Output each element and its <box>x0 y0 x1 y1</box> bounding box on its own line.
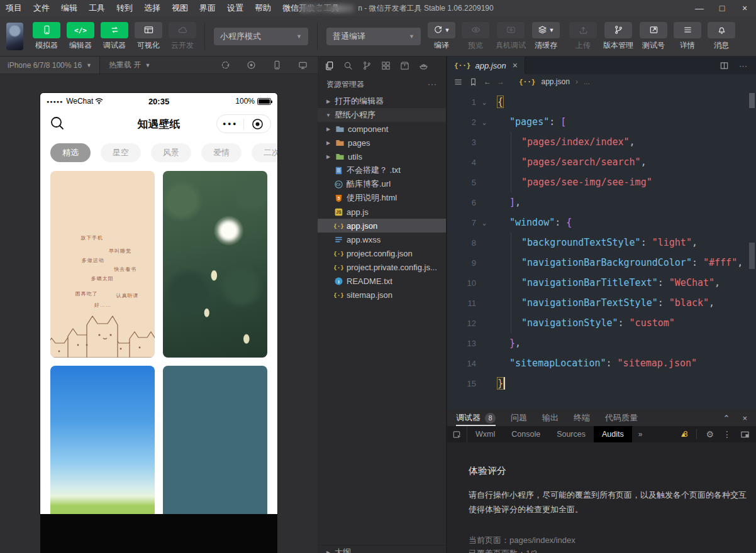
record-icon[interactable] <box>247 60 256 70</box>
overflow-tabs-icon[interactable]: » <box>632 426 649 442</box>
file-item-app.wxss[interactable]: app.wxss <box>318 233 446 246</box>
search-icon[interactable] <box>49 115 65 133</box>
toolbar-button-layout[interactable]: 可视化 <box>135 22 162 51</box>
file-item-README.txt[interactable]: iREADME.txt <box>318 274 446 288</box>
toolbar-button-debug[interactable]: 调试器 <box>101 22 128 51</box>
debugger-tab[interactable]: 问题 <box>511 410 527 426</box>
breadcrumb-more[interactable]: ... <box>584 77 590 86</box>
devtools-tab-audits[interactable]: Audits <box>594 426 632 442</box>
dock-panel-icon[interactable] <box>740 430 750 439</box>
category-tab[interactable]: 精选 <box>50 143 91 162</box>
mode-dropdown[interactable]: 小程序模式▼ <box>214 28 308 45</box>
user-avatar[interactable] <box>6 23 23 50</box>
file-item-pages[interactable]: ▶pages <box>318 136 446 150</box>
menu-item[interactable]: 转到 <box>111 0 138 16</box>
category-tab[interactable]: 星空 <box>101 143 141 162</box>
debugger-tab[interactable]: 终端 <box>574 410 590 426</box>
rotate-icon[interactable] <box>221 60 230 70</box>
wallpaper-poem-cats[interactable]: 放下手机早叫睡觉多做运动快去看书多晒太阳困再吃了认真听课好…… <box>50 171 155 358</box>
menu-item[interactable]: 界面 <box>194 0 221 16</box>
menu-item[interactable]: 文件 <box>28 0 55 16</box>
outline-list-icon[interactable] <box>453 77 463 87</box>
breadcrumb-file[interactable]: app.json <box>542 77 570 86</box>
toolbar-button-phone[interactable]: 模拟器 <box>33 22 60 51</box>
close-icon[interactable]: × <box>513 60 518 70</box>
kebab-menu-icon[interactable]: ⋮ <box>723 429 731 439</box>
file-item-app.js[interactable]: JSapp.js <box>318 205 446 219</box>
capsule-close-button[interactable] <box>244 118 270 130</box>
minimize-button[interactable]: — <box>688 0 711 16</box>
device-frame-icon[interactable] <box>272 60 282 70</box>
menu-item[interactable]: 工具 <box>83 0 111 16</box>
nav-forward-icon[interactable]: → <box>497 77 504 86</box>
menu-item[interactable]: 视图 <box>166 0 194 16</box>
tab-app-json[interactable]: {··} app.json × <box>447 57 525 74</box>
nav-back-icon[interactable]: ← <box>484 77 491 86</box>
outline-section[interactable]: ▶ 大纲 <box>318 545 446 553</box>
fold-chevron-icon[interactable]: ⌄ <box>476 119 492 126</box>
more-actions-icon[interactable]: ··· <box>428 80 437 89</box>
file-item-app.json[interactable]: {·}app.json <box>318 219 446 233</box>
menu-item[interactable]: 选择 <box>138 0 166 16</box>
file-item-sitemap.json[interactable]: {·}sitemap.json <box>318 288 446 302</box>
toolbar-button-layers[interactable]: ▼清缓存 <box>532 22 560 51</box>
file-item-_.html[interactable]: 5使用说明.html <box>318 191 446 205</box>
capsule-menu-button[interactable]: ●●● <box>217 121 243 127</box>
close-button[interactable]: × <box>733 0 756 16</box>
more-actions-icon[interactable]: ··· <box>739 61 747 70</box>
npm-package-icon[interactable] <box>400 61 409 70</box>
split-editor-icon[interactable] <box>720 61 729 70</box>
gear-icon[interactable]: ⚙ <box>706 429 714 439</box>
menu-item[interactable]: 项目 <box>0 0 28 16</box>
fold-chevron-icon[interactable]: ⌄ <box>476 219 492 226</box>
section-project-root[interactable]: ▼ 壁纸小程序 <box>318 108 446 122</box>
maximize-button[interactable]: □ <box>711 0 733 16</box>
toolbar-button-code[interactable]: </>编辑器 <box>67 22 94 51</box>
toolbar-button-test[interactable]: 测试号 <box>640 22 667 51</box>
devtools-tab-sources[interactable]: Sources <box>548 426 594 442</box>
files-icon[interactable] <box>325 61 334 70</box>
compile-mode-dropdown[interactable]: 普通编译▼ <box>326 28 421 45</box>
cloud-service-icon[interactable] <box>419 61 428 70</box>
menu-item[interactable]: 帮助 <box>249 0 277 16</box>
toolbar-button-bell[interactable]: 消息 <box>708 22 735 51</box>
extensions-icon[interactable] <box>381 61 391 70</box>
file-item-project.private.config.js...[interactable]: {·}project.private.config.js... <box>318 260 446 274</box>
toolbar-button-compile[interactable]: ▼编译 <box>428 22 455 51</box>
toolbar-button-details[interactable]: 详情 <box>674 22 701 51</box>
wallpaper-white-flower[interactable] <box>163 171 267 358</box>
close-panel-icon[interactable]: × <box>742 413 747 423</box>
debugger-tab[interactable]: 输出 <box>542 410 559 426</box>
debugger-tab[interactable]: 调试器8 <box>456 410 496 426</box>
fold-chevron-icon[interactable]: ⌄ <box>476 99 492 106</box>
toolbar-button-branch[interactable]: 版本管理 <box>603 22 633 51</box>
collapse-panel-icon[interactable]: ⌃ <box>723 413 730 423</box>
git-branch-icon[interactable] <box>362 61 372 70</box>
section-open-editors[interactable]: ▶ 打开的编辑器 <box>318 94 446 108</box>
warning-badge[interactable]: ▲ 8 <box>680 430 687 439</box>
menu-item[interactable]: 编辑 <box>55 0 83 16</box>
file-item-component[interactable]: ▶component <box>318 122 446 136</box>
devtools-tab-console[interactable]: Console <box>503 426 548 442</box>
file-item-_.url[interactable]: 酷库博客.url <box>318 177 446 191</box>
file-item-_.txt[interactable]: 不会搭建？ .txt <box>318 163 446 177</box>
bookmark-icon[interactable] <box>469 77 478 87</box>
file-item-utils[interactable]: ▶utils <box>318 150 446 163</box>
devtools-tab-wxml[interactable]: Wxml <box>467 426 503 442</box>
wallpaper-sky-field[interactable] <box>50 366 155 514</box>
code-area[interactable]: 1⌄{2⌄"pages": [3"pages/index/index",4"pa… <box>447 92 748 410</box>
scrollbar-thumb[interactable] <box>749 93 755 108</box>
scrollbar-mark[interactable] <box>749 243 755 269</box>
debugger-tab[interactable]: 代码质量 <box>605 410 638 426</box>
multi-device-icon[interactable] <box>298 60 308 70</box>
wallpaper-teal[interactable] <box>163 366 267 514</box>
menu-item[interactable]: 微信开发者工具 <box>277 0 345 16</box>
search-icon[interactable] <box>343 61 353 70</box>
menu-item[interactable]: 设置 <box>221 0 249 16</box>
file-item-project.config.json[interactable]: {·}project.config.json <box>318 246 446 260</box>
category-tab[interactable]: 二次 <box>252 143 277 162</box>
category-tab[interactable]: 风景 <box>151 143 191 162</box>
hot-reload-toggle[interactable]: 热重载 开 ▼ <box>100 60 159 70</box>
device-selector[interactable]: iPhone 6/7/8 100% 16 ▼ <box>0 57 100 74</box>
inspect-element-icon[interactable] <box>447 426 467 442</box>
